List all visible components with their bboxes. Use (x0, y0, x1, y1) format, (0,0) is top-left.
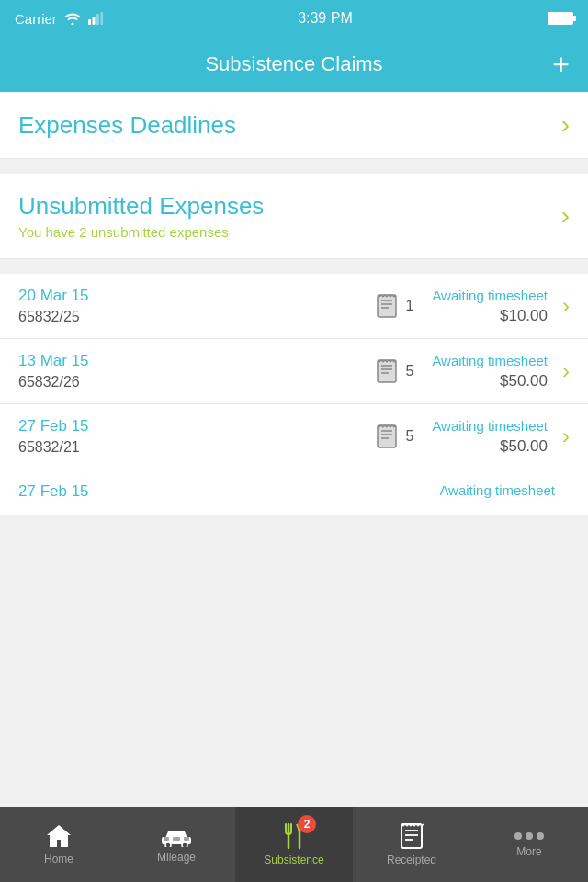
expenses-deadlines-chevron: › (561, 110, 570, 140)
status-bar-left: Carrier (15, 11, 103, 27)
tab-receipted-label: Receipted (387, 854, 436, 866)
list-item-count: 5 (405, 428, 413, 445)
home-icon (45, 823, 73, 849)
add-button[interactable]: + (552, 50, 570, 79)
carrier-label: Carrier (15, 11, 57, 27)
list-item-date: 13 Mar 15 (18, 352, 374, 370)
receipt-icon (374, 293, 400, 319)
list-item-date: 27 Feb 15 (18, 417, 374, 435)
tab-mileage-label: Mileage (157, 851, 196, 864)
tab-home-label: Home (44, 853, 74, 865)
list-item-amount: $50.00 (432, 437, 548, 456)
unsubmitted-expenses-content: Unsubmitted Expenses You have 2 unsubmit… (18, 192, 264, 240)
svg-rect-23 (173, 837, 180, 841)
svg-point-34 (537, 832, 544, 840)
svg-point-32 (514, 832, 522, 840)
svg-rect-3 (100, 12, 103, 25)
app-header: Subsistence Claims + (0, 37, 588, 92)
battery-area (548, 12, 573, 25)
list-item[interactable]: 27 Feb 15 65832/21 5 Awaiting timesheet … (0, 404, 588, 469)
svg-point-20 (165, 842, 171, 847)
fork-knife-icon-wrap: 2 (281, 822, 307, 850)
list-item-chevron: › (562, 424, 570, 449)
svg-rect-14 (378, 425, 396, 447)
battery-fill (549, 14, 571, 23)
list-item-chevron: › (562, 358, 570, 384)
svg-rect-28 (401, 824, 422, 848)
list-item-status: Awaiting timesheet (432, 353, 548, 368)
tab-more-label: More (516, 845, 541, 858)
svg-point-33 (526, 832, 533, 840)
tab-home[interactable]: Home (0, 807, 118, 882)
list-item-date: 27 Feb 15 (18, 482, 439, 501)
list-item[interactable]: 20 Mar 15 65832/25 1 Awaiting timesheet … (0, 274, 588, 339)
list-item-count: 5 (405, 363, 413, 379)
list-item-middle: 5 (374, 424, 413, 449)
tab-subsistence-label: Subsistence (264, 854, 323, 866)
expenses-deadlines-title: Expenses Deadlines (18, 111, 236, 140)
svg-rect-24 (184, 837, 189, 841)
tab-mileage[interactable]: Mileage (118, 807, 235, 882)
subsistence-badge: 2 (298, 815, 316, 833)
list-item-id: 65832/21 (18, 439, 374, 456)
home-icon-wrap (45, 823, 73, 849)
list-item-info: 20 Mar 15 65832/25 (18, 287, 374, 325)
tab-subsistence[interactable]: 2 Subsistence (235, 807, 353, 882)
list-item-id: 65832/26 (18, 374, 374, 390)
svg-point-21 (182, 842, 187, 847)
receipt-icon (374, 358, 400, 384)
car-icon-wrap (160, 825, 193, 847)
svg-rect-22 (164, 837, 169, 841)
list-item-date: 20 Mar 15 (18, 287, 374, 305)
list-item-right: Awaiting timesheet $50.00 (432, 418, 548, 456)
section-divider-1 (0, 166, 588, 174)
list-item-id: 65832/25 (18, 309, 374, 325)
clock: 3:39 PM (298, 10, 353, 27)
svg-rect-0 (88, 19, 91, 25)
list-item-status: Awaiting timesheet (432, 418, 548, 434)
svg-rect-9 (378, 360, 396, 382)
receipt-icon (374, 424, 400, 449)
list-item-partial[interactable]: 27 Feb 15 Awaiting timesheet (0, 469, 588, 515)
svg-rect-1 (92, 17, 95, 25)
list-item-middle: 1 (374, 293, 413, 319)
list-item-info: 27 Feb 15 (18, 482, 439, 504)
list-item-status: Awaiting timesheet (439, 482, 555, 498)
list-item[interactable]: 13 Mar 15 65832/26 5 Awaiting timesheet … (0, 339, 588, 404)
tab-bar: Home Mileage (0, 807, 588, 882)
list-item-info: 27 Feb 15 65832/21 (18, 417, 374, 456)
page-title: Subsistence Claims (205, 52, 382, 76)
receipt-icon-wrap (400, 822, 424, 850)
list-item-right: Awaiting timesheet $10.00 (432, 288, 548, 325)
wifi-icon (64, 12, 81, 25)
svg-rect-4 (378, 295, 396, 317)
receipt-tab-icon (400, 822, 424, 850)
section-divider-2 (0, 266, 588, 274)
unsubmitted-expenses-chevron: › (561, 201, 570, 231)
expenses-deadlines-content: Expenses Deadlines (18, 111, 236, 140)
status-bar: Carrier 3:39 PM (0, 0, 588, 37)
list-item-right: Awaiting timesheet $50.00 (432, 353, 548, 390)
unsubmitted-expenses-subtitle: You have 2 unsubmitted expenses (18, 224, 264, 240)
list-item-middle: 5 (374, 358, 413, 384)
list-item-amount: $10.00 (432, 307, 548, 325)
content-area: Expenses Deadlines › Unsubmitted Expense… (0, 92, 588, 807)
car-icon (160, 825, 193, 847)
list-item-count: 1 (405, 298, 413, 314)
more-dots-icon-wrap (513, 831, 546, 842)
unsubmitted-expenses-title: Unsubmitted Expenses (18, 192, 264, 220)
list-item-chevron: › (562, 293, 570, 319)
expenses-deadlines-card[interactable]: Expenses Deadlines › (0, 92, 588, 159)
svg-rect-2 (96, 14, 99, 25)
list-item-right: Awaiting timesheet (439, 482, 555, 502)
list-item-amount: $50.00 (432, 372, 548, 390)
list-item-status: Awaiting timesheet (432, 288, 548, 303)
tab-receipted[interactable]: Receipted (353, 807, 470, 882)
unsubmitted-expenses-card[interactable]: Unsubmitted Expenses You have 2 unsubmit… (0, 174, 588, 259)
tab-more[interactable]: More (470, 807, 588, 882)
signal-icon (88, 12, 103, 25)
battery-icon (548, 12, 573, 25)
more-dots-icon (513, 831, 546, 842)
list-item-info: 13 Mar 15 65832/26 (18, 352, 374, 390)
